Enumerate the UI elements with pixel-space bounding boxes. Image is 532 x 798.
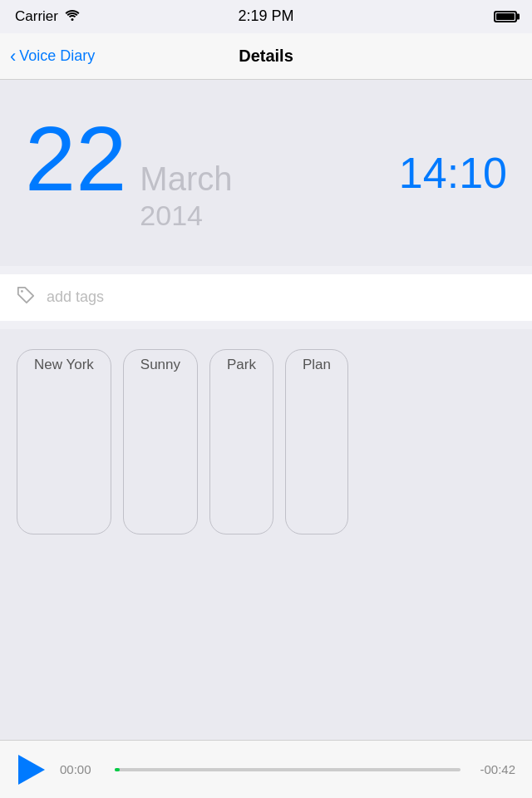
time-elapsed: 00:00	[60, 762, 101, 776]
progress-indicator	[115, 768, 120, 771]
wifi-icon	[65, 8, 80, 25]
status-right	[494, 11, 517, 22]
status-time: 2:19 PM	[238, 7, 293, 25]
year-text: 2014	[140, 199, 232, 233]
month-year: March 2014	[140, 159, 232, 233]
tags-section[interactable]: add tags	[0, 274, 532, 321]
nav-title: Details	[239, 47, 293, 66]
time-text: 14:10	[399, 148, 507, 198]
tag-chip[interactable]: New York	[17, 349, 111, 534]
tag-chip[interactable]: Park	[209, 349, 273, 534]
add-tags-label: add tags	[47, 288, 104, 306]
tag-chip[interactable]: Sunny	[123, 349, 198, 534]
svg-point-0	[71, 18, 73, 21]
tag-chip[interactable]: Plan	[285, 349, 348, 534]
main-content: 22 March 2014 14:10 add tags New YorkSun…	[0, 80, 532, 740]
back-label: Voice Diary	[19, 47, 95, 65]
date-left: 22 March 2014	[25, 113, 233, 233]
tags-list: New YorkSunnyParkPlan	[0, 329, 532, 554]
month-text: March	[140, 159, 232, 199]
day-number: 22	[25, 113, 126, 204]
battery-icon	[494, 11, 517, 22]
back-button[interactable]: ‹ Voice Diary	[10, 47, 95, 66]
time-remaining: -00:42	[474, 762, 515, 776]
date-card: 22 March 2014 14:10	[0, 80, 532, 266]
nav-bar: ‹ Voice Diary Details	[0, 33, 532, 80]
carrier-text: Carrier	[15, 8, 58, 25]
status-left: Carrier	[15, 8, 80, 25]
svg-point-1	[21, 290, 23, 293]
play-button[interactable]	[17, 755, 47, 785]
progress-bar[interactable]	[115, 768, 461, 771]
audio-player: 00:00 -00:42	[0, 740, 532, 798]
battery-fill	[496, 13, 515, 20]
tag-icon	[17, 286, 35, 309]
play-icon	[18, 755, 45, 785]
empty-area	[0, 554, 532, 740]
status-bar: Carrier 2:19 PM	[0, 0, 532, 33]
back-chevron-icon: ‹	[10, 47, 16, 66]
